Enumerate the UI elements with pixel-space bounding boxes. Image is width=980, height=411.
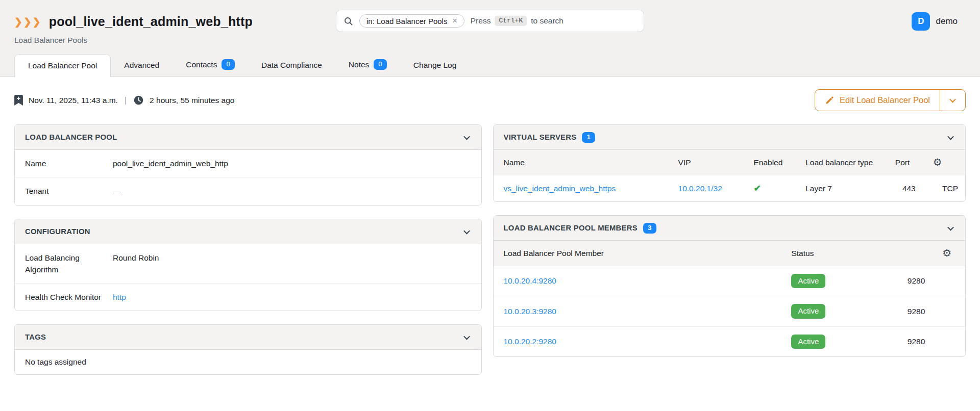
- collapse-panel-button[interactable]: [946, 132, 955, 143]
- panel-title: VIRTUAL SERVERS: [504, 133, 577, 141]
- panel-title: LOAD BALANCER POOL MEMBERS: [504, 224, 638, 232]
- configuration-panel: CONFIGURATION Load Balancing Algorithm R…: [14, 219, 482, 312]
- field-value: Round Robin: [113, 252, 471, 276]
- pool-member-row: 10.0.20.4:9280 Active 9280: [494, 266, 965, 296]
- main-content: Nov. 11, 2025, 11:43 a.m. | 2 hours, 55 …: [0, 77, 980, 400]
- search-icon: [344, 16, 353, 26]
- field-label: Name: [25, 158, 113, 169]
- tab-label: Contacts: [186, 60, 217, 69]
- port-cell: 443: [885, 175, 923, 202]
- search-placeholder: Press Ctrl+K to search: [471, 16, 564, 26]
- pool-members-count-badge: 3: [643, 223, 656, 234]
- tab-advanced[interactable]: Advanced: [111, 54, 173, 76]
- virtual-servers-count-badge: 1: [582, 132, 595, 143]
- field-row-health-check-monitor: Health Check Monitor http: [15, 284, 481, 311]
- protocol-cell: TCP: [923, 175, 965, 202]
- edit-load-balancer-pool-button[interactable]: Edit Load Balancer Pool: [815, 90, 940, 111]
- search-suffix-text: to search: [531, 16, 564, 25]
- global-search-input[interactable]: in: Load Balancer Pools × Press Ctrl+K t…: [336, 10, 644, 32]
- collapse-panel-button[interactable]: [946, 222, 955, 234]
- field-label: Health Check Monitor: [25, 291, 113, 303]
- meta-divider: |: [125, 96, 127, 105]
- tab-contacts[interactable]: Contacts 0: [173, 53, 248, 76]
- status-badge: Active: [791, 274, 825, 288]
- page-title: pool_live_ident_admin_web_http: [49, 14, 253, 29]
- contacts-count-badge: 0: [222, 59, 235, 70]
- field-label: Tenant: [25, 185, 113, 197]
- virtual-server-link[interactable]: vs_live_ident_admin_web_https: [504, 184, 616, 193]
- pencil-icon: [825, 96, 834, 105]
- tags-empty-row: No tags assigned: [15, 350, 481, 374]
- pool-member-link[interactable]: 10.0.20.4:9280: [504, 276, 556, 285]
- column-header-name: Name: [494, 150, 668, 175]
- tab-data-compliance[interactable]: Data Compliance: [248, 54, 335, 76]
- pool-members-panel: LOAD BALANCER POOL MEMBERS 3 Load Balanc…: [493, 215, 966, 357]
- collapse-panel-button[interactable]: [462, 226, 471, 237]
- field-row-tenant: Tenant —: [15, 177, 481, 204]
- member-port-cell: 9280: [880, 296, 933, 326]
- search-filter-chip[interactable]: in: Load Balancer Pools ×: [359, 14, 464, 28]
- panel-title: TAGS: [25, 333, 46, 341]
- collapse-panel-button[interactable]: [462, 331, 471, 343]
- status-badge: Active: [791, 335, 825, 349]
- field-value: pool_live_ident_admin_web_http: [113, 158, 471, 169]
- column-header-status: Status: [781, 241, 880, 266]
- column-header-port: Port: [885, 150, 923, 175]
- column-header-load-balancer-type: Load balancer type: [795, 150, 885, 175]
- field-row-algorithm: Load Balancing Algorithm Round Robin: [15, 244, 481, 284]
- tab-label: Data Compliance: [261, 61, 322, 70]
- tab-change-log[interactable]: Change Log: [400, 54, 470, 76]
- right-column: VIRTUAL SERVERS 1 Name VIP Enabled Load …: [493, 124, 966, 370]
- pool-member-link[interactable]: 10.0.20.2:9280: [504, 337, 556, 346]
- vip-link[interactable]: 10.0.20.1/32: [678, 184, 722, 193]
- member-port-cell: 9280: [880, 266, 933, 296]
- no-tags-text: No tags assigned: [25, 357, 86, 367]
- updated-relative-time: 2 hours, 55 minutes ago: [150, 96, 234, 105]
- nautobot-logo-icon[interactable]: ❯❯❯: [14, 16, 42, 28]
- table-config-gear-icon[interactable]: ⚙: [933, 157, 942, 168]
- chevron-down-icon: [463, 227, 470, 234]
- load-balancer-type-cell: Layer 7: [795, 175, 885, 202]
- tab-notes[interactable]: Notes 0: [335, 53, 400, 76]
- status-badge: Active: [791, 304, 825, 318]
- table-config-gear-icon[interactable]: ⚙: [942, 247, 951, 259]
- pool-member-row: 10.0.20.2:9280 Active 9280: [494, 326, 965, 356]
- chevron-down-icon: [463, 134, 470, 140]
- tab-label: Load Balancer Pool: [28, 61, 97, 70]
- column-header-vip: VIP: [668, 150, 744, 175]
- tab-label: Notes: [349, 60, 370, 69]
- tab-label: Change Log: [413, 61, 456, 70]
- chevron-down-icon: [949, 96, 956, 103]
- left-column: LOAD BALANCER POOL Name pool_live_ident_…: [14, 124, 482, 388]
- virtual-server-row: vs_live_ident_admin_web_https 10.0.20.1/…: [494, 175, 965, 202]
- edit-button-label: Edit Load Balancer Pool: [840, 95, 930, 105]
- chevron-down-icon: [947, 134, 954, 140]
- collapse-panel-button[interactable]: [462, 132, 471, 143]
- created-bookmark-icon: [14, 95, 23, 106]
- load-balancer-pool-panel: LOAD BALANCER POOL Name pool_live_ident_…: [14, 124, 482, 206]
- pool-member-link[interactable]: 10.0.20.3:9280: [504, 307, 556, 316]
- tags-panel: TAGS No tags assigned: [14, 324, 482, 375]
- health-check-monitor-link[interactable]: http: [113, 293, 126, 301]
- tab-load-balancer-pool[interactable]: Load Balancer Pool: [14, 54, 111, 77]
- panel-title: LOAD BALANCER POOL: [25, 133, 117, 141]
- avatar: D: [912, 12, 930, 31]
- edit-dropdown-button[interactable]: [940, 90, 965, 111]
- virtual-servers-panel: VIRTUAL SERVERS 1 Name VIP Enabled Load …: [493, 124, 966, 202]
- updated-clock-icon: [133, 95, 144, 106]
- enabled-check-icon: ✔: [753, 184, 761, 193]
- breadcrumb[interactable]: Load Balancer Pools: [14, 36, 966, 45]
- page-header: ❯❯❯ pool_live_ident_admin_web_http in: L…: [0, 0, 980, 77]
- notes-count-badge: 0: [374, 59, 387, 70]
- pool-member-row: 10.0.20.3:9280 Active 9280: [494, 296, 965, 326]
- field-row-name: Name pool_live_ident_admin_web_http: [15, 150, 481, 177]
- panel-title: CONFIGURATION: [25, 227, 90, 236]
- field-value: —: [113, 185, 471, 197]
- search-filter-chip-label: in: Load Balancer Pools: [366, 17, 447, 25]
- remove-filter-icon[interactable]: ×: [452, 16, 457, 25]
- user-menu[interactable]: D demo: [912, 12, 958, 31]
- meta-row: Nov. 11, 2025, 11:43 a.m. | 2 hours, 55 …: [14, 89, 966, 111]
- username-label: demo: [936, 16, 958, 27]
- chevron-down-icon: [947, 224, 954, 231]
- chevron-down-icon: [463, 333, 470, 340]
